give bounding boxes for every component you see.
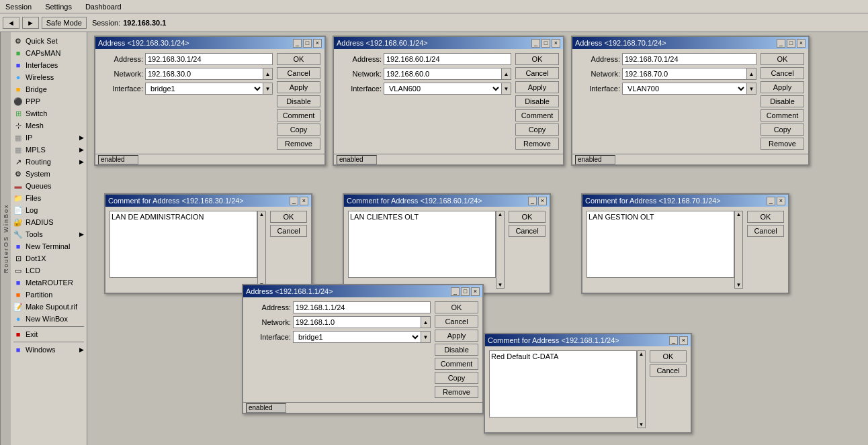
cancel-button-1[interactable]: Cancel [277, 67, 320, 79]
apply-button-3[interactable]: Apply [761, 81, 804, 93]
sidebar-item-interfaces[interactable]: ■ Interfaces [11, 59, 87, 71]
interface-arrow-1[interactable]: ▼ [263, 83, 273, 95]
comment-close-3[interactable]: × [777, 197, 785, 205]
sidebar-item-new-winbox[interactable]: ● New WinBox [11, 313, 87, 325]
scroll-down-4[interactable]: ▼ [638, 422, 645, 428]
win-close-4[interactable]: × [471, 287, 480, 296]
interface-arrow-3[interactable]: ▼ [747, 83, 756, 95]
address-input-4[interactable] [293, 301, 431, 313]
sidebar-item-tools[interactable]: 🔧 Tools ▶ [11, 228, 87, 240]
sidebar-item-mpls[interactable]: ▦ MPLS ▶ [11, 144, 87, 156]
win-close-2[interactable]: × [552, 39, 560, 48]
sidebar-item-wireless[interactable]: ● Wireless [11, 71, 87, 83]
sidebar-item-quick-set[interactable]: ⚙ Quick Set [11, 35, 87, 47]
network-input-3[interactable] [622, 68, 747, 80]
scroll-down-2[interactable]: ▼ [496, 282, 504, 288]
sidebar-item-dot1x[interactable]: ⊡ Dot1X [11, 252, 87, 264]
scroll-down-3[interactable]: ▼ [735, 282, 742, 288]
comment-close-4[interactable]: × [679, 336, 688, 345]
cancel-button-3[interactable]: Cancel [761, 67, 804, 79]
remove-button-4[interactable]: Remove [435, 386, 478, 398]
win-maximize-4[interactable]: □ [461, 287, 470, 296]
disable-button-1[interactable]: Disable [277, 95, 320, 107]
comment-button-3[interactable]: Comment [761, 109, 804, 121]
address-input-3[interactable] [622, 53, 756, 65]
apply-button-4[interactable]: Apply [435, 330, 478, 342]
sidebar-item-ppp[interactable]: ⚫ PPP [11, 95, 87, 107]
ok-button-3[interactable]: OK [761, 53, 804, 65]
sidebar-item-switch[interactable]: ⊞ Switch [11, 107, 87, 119]
comment-minimize-3[interactable]: _ [767, 197, 775, 205]
win-maximize-1[interactable]: □ [303, 39, 312, 48]
copy-button-2[interactable]: Copy [515, 123, 559, 136]
network-arrow-4[interactable]: ▲ [421, 316, 431, 328]
address-input-1[interactable] [145, 53, 273, 65]
interface-select-2[interactable]: VLAN600 [384, 83, 502, 95]
menu-settings[interactable]: Settings [42, 2, 75, 11]
sidebar-item-system[interactable]: ⚙ System [11, 168, 87, 180]
scroll-up-1[interactable]: ▲ [258, 211, 265, 217]
comment-textarea-1[interactable]: LAN DE ADMINISTRACION [110, 211, 257, 278]
comment-ok-1[interactable]: OK [270, 211, 307, 223]
scroll-up-4[interactable]: ▲ [638, 351, 645, 357]
win-maximize-3[interactable]: □ [787, 39, 795, 48]
win-minimize-3[interactable]: _ [777, 39, 785, 48]
sidebar-item-files[interactable]: 📁 Files [11, 192, 87, 204]
copy-button-4[interactable]: Copy [435, 372, 478, 384]
win-minimize-2[interactable]: _ [531, 39, 540, 48]
sidebar-item-partition[interactable]: ■ Partition [11, 289, 87, 301]
comment-minimize-2[interactable]: _ [528, 197, 537, 205]
comment-cancel-3[interactable]: Cancel [747, 225, 784, 237]
comment-textarea-4[interactable]: Red Default C-DATA [489, 350, 637, 417]
ok-button-4[interactable]: OK [435, 301, 478, 313]
sidebar-item-exit[interactable]: ■ Exit [11, 328, 87, 340]
sidebar-item-bridge[interactable]: ■ Bridge [11, 83, 87, 95]
interface-arrow-2[interactable]: ▼ [502, 83, 511, 95]
menu-dashboard[interactable]: Dashboard [83, 2, 124, 11]
win-minimize-4[interactable]: _ [451, 287, 460, 296]
remove-button-1[interactable]: Remove [277, 138, 320, 150]
comment-cancel-4[interactable]: Cancel [650, 364, 687, 377]
comment-cancel-1[interactable]: Cancel [270, 225, 307, 237]
interface-select-4[interactable]: bridge1 [293, 331, 421, 343]
copy-button-1[interactable]: Copy [277, 123, 320, 136]
network-input-2[interactable] [384, 68, 502, 80]
apply-button-1[interactable]: Apply [277, 81, 320, 93]
scroll-up-2[interactable]: ▲ [496, 211, 504, 217]
sidebar-item-ip[interactable]: ▦ IP ▶ [11, 132, 87, 144]
network-arrow-3[interactable]: ▲ [747, 68, 756, 80]
back-button[interactable]: ◄ [3, 17, 19, 29]
comment-ok-4[interactable]: OK [650, 350, 687, 362]
sidebar-item-metarouter[interactable]: ■ MetaROUTER [11, 277, 87, 289]
comment-cancel-2[interactable]: Cancel [509, 225, 546, 237]
comment-minimize-1[interactable]: _ [290, 197, 298, 205]
comment-close-1[interactable]: × [300, 197, 308, 205]
remove-button-2[interactable]: Remove [515, 138, 559, 150]
sidebar-item-capsman[interactable]: ■ CAPsMAN [11, 47, 87, 59]
ok-button-1[interactable]: OK [277, 53, 320, 65]
network-arrow-2[interactable]: ▲ [502, 68, 511, 80]
ok-button-2[interactable]: OK [515, 53, 559, 65]
apply-button-2[interactable]: Apply [515, 81, 559, 93]
disable-button-2[interactable]: Disable [515, 95, 559, 107]
win-minimize-1[interactable]: _ [293, 39, 302, 48]
disable-button-3[interactable]: Disable [761, 95, 804, 107]
comment-textarea-2[interactable]: LAN CLIENTES OLT [348, 211, 496, 278]
comment-button-4[interactable]: Comment [435, 358, 478, 370]
comment-ok-3[interactable]: OK [747, 211, 784, 223]
sidebar-item-make-supout[interactable]: 📝 Make Supout.rif [11, 301, 87, 313]
disable-button-4[interactable]: Disable [435, 344, 478, 356]
interface-select-1[interactable]: bridge1 [145, 83, 263, 95]
sidebar-item-radius[interactable]: 🔐 RADIUS [11, 216, 87, 228]
copy-button-3[interactable]: Copy [761, 123, 804, 136]
comment-textarea-3[interactable]: LAN GESTION OLT [587, 211, 734, 278]
sidebar-item-queues[interactable]: ▬ Queues [11, 180, 87, 192]
cancel-button-4[interactable]: Cancel [435, 315, 478, 328]
network-arrow-1[interactable]: ▲ [263, 68, 273, 80]
menu-session[interactable]: Session [3, 2, 34, 11]
comment-button-1[interactable]: Comment [277, 109, 320, 121]
interface-arrow-4[interactable]: ▼ [421, 331, 431, 343]
forward-button[interactable]: ► [22, 17, 39, 29]
comment-ok-2[interactable]: OK [509, 211, 546, 223]
win-maximize-2[interactable]: □ [541, 39, 550, 48]
